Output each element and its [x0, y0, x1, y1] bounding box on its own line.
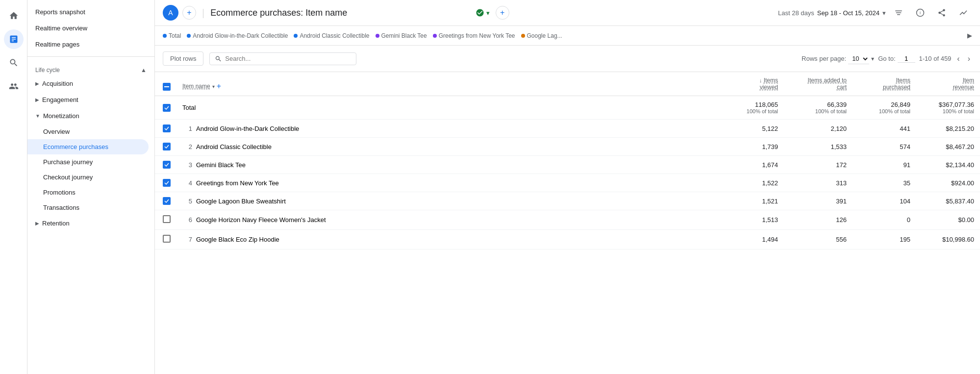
- nav-checkout-journey[interactable]: Checkout journey: [27, 170, 154, 185]
- svg-text:i: i: [920, 10, 921, 15]
- table-row: 7 Google Black Eco Zip Hoodie 1,494 556 …: [155, 230, 980, 249]
- compare-icon[interactable]: [890, 4, 907, 22]
- nav-realtime-pages[interactable]: Realtime pages: [27, 36, 154, 52]
- table-area: Plot rows Rows per page: 10 25 50 ▾ Go t…: [155, 46, 980, 374]
- row-items-added: 1,533: [784, 138, 853, 156]
- row-checkbox[interactable]: [163, 125, 171, 132]
- nav-realtime-overview[interactable]: Realtime overview: [27, 20, 154, 36]
- home-nav-icon[interactable]: [4, 6, 24, 25]
- nav-purchase-journey[interactable]: Purchase journey: [27, 154, 154, 170]
- row-items-viewed: 1,674: [725, 156, 784, 174]
- icon-sidebar: [0, 0, 27, 374]
- expand-icon: ▶: [35, 221, 39, 226]
- share-icon[interactable]: [933, 4, 951, 22]
- total-items-added: 66,339 100% of total: [784, 96, 853, 120]
- add-report-button[interactable]: +: [496, 6, 509, 20]
- search-icon: [215, 55, 222, 63]
- row-item-name: 7 Google Black Eco Zip Hoodie: [176, 230, 725, 249]
- goto-field: Go to:: [878, 55, 915, 63]
- chart-tab-android-glow[interactable]: Android Glow-in-the-Dark Collectible: [187, 32, 288, 39]
- chart-tab-greetings[interactable]: Greetings from New York Tee: [433, 32, 515, 39]
- nav-promotions[interactable]: Promotions: [27, 185, 154, 200]
- chart-tab-gemini[interactable]: Gemini Black Tee: [376, 32, 427, 39]
- nav-acquisition[interactable]: ▶ Acquisition: [27, 75, 154, 92]
- sort-down-icon: ↓: [759, 77, 762, 83]
- nav-transactions[interactable]: Transactions: [27, 200, 154, 215]
- search-nav-icon[interactable]: [4, 53, 24, 73]
- chart-tab-more[interactable]: ▶: [967, 32, 972, 39]
- col-item-name-dropdown[interactable]: ▾: [212, 84, 215, 89]
- row-checkbox[interactable]: [163, 197, 171, 205]
- row-items-added: 2,120: [784, 120, 853, 138]
- chart-tab-android-classic[interactable]: Android Classic Collectible: [294, 32, 369, 39]
- row-checkbox[interactable]: [163, 235, 171, 243]
- col-items-purchased: Itemspurchased: [883, 77, 910, 91]
- row-item-revenue: $5,837.40: [916, 192, 980, 210]
- nav-sidebar: Reports snapshot Realtime overview Realt…: [27, 0, 155, 374]
- nav-ecommerce-purchases[interactable]: Ecommerce purchases: [27, 139, 149, 154]
- row-items-purchased: 104: [853, 192, 916, 210]
- row-items-purchased: 91: [853, 156, 916, 174]
- dot-android-classic: [294, 34, 298, 38]
- rows-per-page-select[interactable]: 10 25 50: [848, 53, 869, 64]
- goto-input[interactable]: [898, 55, 915, 63]
- row-item-revenue: $10,998.60: [916, 230, 980, 249]
- row-item-name: 2 Android Classic Collectible: [176, 138, 725, 156]
- col-item-revenue: Itemrevenue: [953, 77, 974, 91]
- total-items-purchased: 26,849 100% of total: [853, 96, 916, 120]
- search-input[interactable]: [225, 55, 351, 62]
- col-item-name: Item name: [182, 83, 210, 90]
- row-checkbox[interactable]: [163, 179, 171, 187]
- total-item-revenue: $367,077.36 100% of total: [916, 96, 980, 120]
- row-items-viewed: 5,122: [725, 120, 784, 138]
- main-content: A + | Ecommerce purchases: Item name ▾ +…: [155, 0, 980, 374]
- total-label: Total: [176, 96, 725, 120]
- nav-reports-snapshot[interactable]: Reports snapshot: [27, 4, 154, 20]
- expand-icon: ▼: [35, 113, 40, 119]
- dot-greetings: [433, 34, 437, 38]
- select-all-checkbox[interactable]: [163, 83, 171, 91]
- table-row: 1 Android Glow-in-the-Dark Collectible 5…: [155, 120, 980, 138]
- table-row: 4 Greetings from New York Tee 1,522 313 …: [155, 174, 980, 192]
- analytics-nav-icon[interactable]: [4, 29, 24, 49]
- row-item-name: 1 Android Glow-in-the-Dark Collectible: [176, 120, 725, 138]
- row-items-viewed: 1,513: [725, 210, 784, 230]
- audience-nav-icon[interactable]: [4, 76, 24, 96]
- row-items-purchased: 195: [853, 230, 916, 249]
- nav-engagement[interactable]: ▶ Engagement: [27, 92, 154, 108]
- search-box[interactable]: [209, 52, 356, 65]
- table-row-total: Total 118,065 100% of total 66,339 100% …: [155, 96, 980, 120]
- row-checkbox[interactable]: [163, 215, 171, 223]
- prev-page-button[interactable]: ‹: [955, 53, 961, 64]
- date-range-picker[interactable]: Last 28 days Sep 18 - Oct 15, 2024 ▾: [778, 9, 886, 17]
- row-items-purchased: 0: [853, 210, 916, 230]
- lifecycle-section[interactable]: Life cycle ▲: [27, 61, 154, 75]
- plot-rows-button[interactable]: Plot rows: [163, 51, 203, 66]
- table-header-row: Item name ▾ + ↓ Itemsviewed Items added …: [155, 72, 980, 96]
- topbar: A + | Ecommerce purchases: Item name ▾ +…: [155, 0, 980, 26]
- row-checkbox[interactable]: [163, 161, 171, 169]
- dot-gemini: [376, 34, 379, 38]
- dot-android-glow: [187, 34, 191, 38]
- chevron-down-icon: ▾: [871, 55, 874, 62]
- expand-icon: ▶: [35, 97, 39, 102]
- user-avatar[interactable]: A: [163, 5, 178, 21]
- dot-google-lag: [521, 34, 525, 38]
- row-item-revenue: $0.00: [916, 210, 980, 230]
- insights-icon[interactable]: i: [911, 4, 929, 22]
- add-tab-button[interactable]: +: [182, 6, 196, 20]
- status-badge[interactable]: ▾: [476, 8, 490, 17]
- next-page-button[interactable]: ›: [966, 53, 972, 64]
- trend-icon[interactable]: [955, 4, 972, 22]
- row-checkbox[interactable]: [163, 143, 171, 150]
- nav-monetization-overview[interactable]: Overview: [27, 124, 154, 139]
- chart-tab-total[interactable]: Total: [163, 32, 181, 39]
- chart-tab-google-lag[interactable]: Google Lag...: [521, 32, 562, 39]
- total-checkbox[interactable]: [163, 104, 171, 112]
- dot-total: [163, 34, 167, 38]
- row-item-revenue: $8,467.20: [916, 138, 980, 156]
- add-column-button[interactable]: +: [217, 82, 221, 91]
- nav-retention[interactable]: ▶ Retention: [27, 215, 154, 231]
- nav-monetization[interactable]: ▼ Monetization: [27, 108, 154, 124]
- row-items-purchased: 35: [853, 174, 916, 192]
